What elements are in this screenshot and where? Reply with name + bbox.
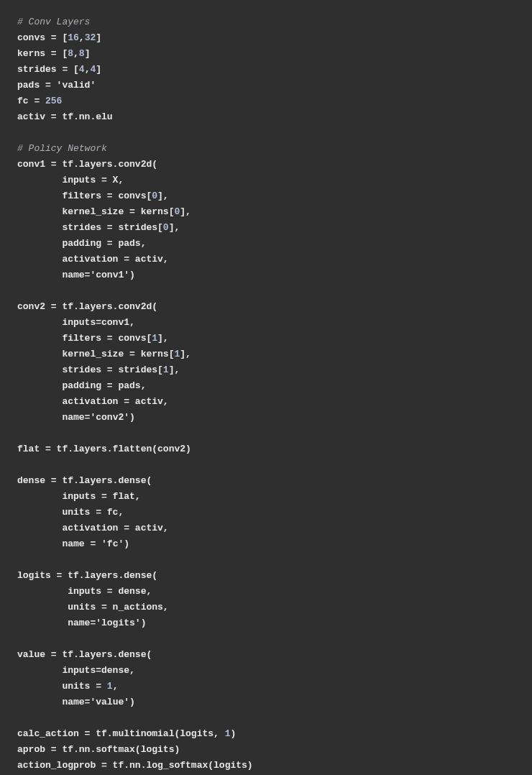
code-line: calc_action = tf.multinomial(logits, 1) [17,728,236,739]
code-line: strides = [4,4] [17,64,101,75]
code-line: filters = convs[0], [17,191,169,201]
string-token: 'value' [90,697,129,707]
code-line: activation = activ, [17,396,169,407]
code-line: activ = tf.nn.elu [17,111,113,122]
code-line: kernel_size = kerns[1], [17,349,191,359]
code-line: name='conv2') [17,412,135,423]
code-line: name='logits') [17,618,146,628]
code-token: flat = tf.layers.flatten(conv2) [17,444,191,454]
code-line: pads = 'valid' [17,80,96,91]
code-token: action_logprob = tf.nn.log_softmax(logit… [17,760,253,771]
code-line: aprob = tf.nn.softmax(logits) [17,744,180,755]
code-block: # Conv Layers convs = [16,32] kerns = [8… [0,0,532,775]
code-token: , [113,681,119,692]
code-token: ], [180,349,191,359]
code-line: flat = tf.layers.flatten(conv2) [17,444,191,454]
code-line: inputs = flat, [17,491,141,502]
code-token: calc_action = tf.multinomial(logits, [17,728,225,739]
code-line: padding = pads, [17,380,146,391]
code-line: dense = tf.layers.dense( [17,475,152,486]
code-token: activation = activ, [17,254,169,265]
code-token: ], [157,191,169,201]
code-token: ) [129,697,135,707]
string-token: 'conv1' [90,270,129,280]
code-token: ) [129,270,135,280]
code-line: units = n_actions, [17,602,169,613]
code-token: name= [17,697,90,707]
code-line: inputs = X, [17,175,124,185]
code-token: conv2 = tf.layers.conv2d( [17,301,157,312]
code-line: padding = pads, [17,238,146,249]
code-token: inputs=conv1, [17,317,135,328]
code-token: ], [169,222,180,233]
code-line: strides = strides[0], [17,222,180,233]
code-line: name='conv1') [17,270,135,280]
code-line: action_logprob = tf.nn.log_softmax(logit… [17,760,253,771]
code-token: , [79,32,85,43]
code-line: units = 1, [17,681,118,692]
number-token: 1 [152,333,157,344]
code-token: name= [17,618,96,628]
code-token: name = [17,538,101,549]
code-token: inputs=dense, [17,665,135,676]
code-line: activation = activ, [17,523,169,533]
code-token: kerns = [ [17,48,68,59]
code-token: ], [157,333,169,344]
code-token: ] [85,48,91,59]
code-token: inputs = dense, [17,586,152,597]
string-token: 'logits' [96,618,140,628]
code-token: strides = [ [17,64,79,75]
code-line: strides = strides[1], [17,364,180,375]
number-token: 1 [163,364,169,375]
code-line: conv2 = tf.layers.conv2d( [17,301,157,312]
code-token: units = n_actions, [17,602,169,613]
code-token: strides = strides[ [17,222,163,233]
code-line: kernel_size = kerns[0], [17,206,191,217]
number-token: 256 [45,96,62,106]
string-token: 'conv2' [90,412,129,423]
code-line: convs = [16,32] [17,32,101,43]
number-token: 0 [163,222,169,233]
code-token: ) [141,618,147,628]
code-line: # Policy Network [17,143,107,154]
code-line: fc = 256 [17,96,62,106]
number-token: 16 [68,32,79,43]
code-token: name= [17,270,90,280]
code-token: ], [180,206,191,217]
number-token: 8 [79,48,85,59]
code-token: units = fc, [17,507,124,518]
code-token: padding = pads, [17,380,146,391]
code-token: dense = tf.layers.dense( [17,475,152,486]
code-token: strides = strides[ [17,364,163,375]
code-token: ] [96,64,101,75]
code-token: ) [129,412,135,423]
code-token: activation = activ, [17,523,169,533]
comment-token: # Policy Network [17,143,107,154]
code-line: name='value') [17,697,135,707]
code-line: conv1 = tf.layers.conv2d( [17,159,157,170]
code-token: convs = [ [17,32,68,43]
code-token: units = [17,681,107,692]
code-token: pads = [17,80,57,91]
code-token: activ = tf.nn.elu [17,111,113,122]
code-line: inputs=conv1, [17,317,135,328]
code-token: conv1 = tf.layers.conv2d( [17,159,157,170]
code-token: kernel_size = kerns[ [17,349,174,359]
number-token: 0 [152,191,157,201]
code-token: ] [96,32,101,43]
number-token: 4 [79,64,85,75]
code-token: name= [17,412,90,423]
code-line: # Conv Layers [17,17,90,27]
code-line: activation = activ, [17,254,169,265]
comment-token: # Conv Layers [17,17,90,27]
code-line: inputs=dense, [17,665,135,676]
code-token: filters = convs[ [17,333,152,344]
number-token: 8 [68,48,73,59]
code-token: filters = convs[ [17,191,152,201]
code-token: fc = [17,96,45,106]
number-token: 1 [107,681,113,692]
code-line: name = 'fc') [17,538,129,549]
code-token: inputs = flat, [17,491,141,502]
code-token: logits = tf.layers.dense( [17,570,157,581]
code-token: kernel_size = kerns[ [17,206,174,217]
